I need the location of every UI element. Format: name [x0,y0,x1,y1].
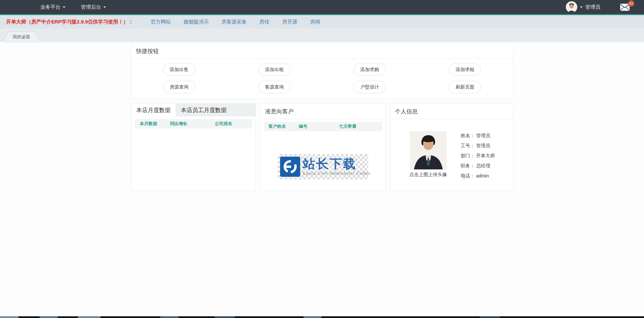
mail-button[interactable]: 43 [620,3,630,12]
easck-logo-icon [280,157,300,177]
field-department: 部门：开单大师 [461,152,495,162]
profile-photo[interactable] [410,131,447,169]
top-navbar: 业务平台 管理后台 管理员 [0,0,644,14]
menu-admin-backend[interactable]: 管理后台 [81,4,106,10]
field-phone: 电话：admin [461,172,495,182]
customer-search-button[interactable]: 客源查询 [258,81,290,93]
easck-watermark: 站长下载 Easck.Com Webmaster Codes [278,154,368,179]
customers-table-header: 客户姓名 编号 七天带看 [264,122,382,131]
intent-customers-panel: 准意向客户 客户姓名 编号 七天带看 [260,103,386,191]
add-sale-button[interactable]: 添加出售 [163,63,195,76]
link-fangkaiyuan[interactable]: 房开源 [282,19,297,25]
quick-buttons-grid: 添加出售 添加出租 添加求购 添加求租 房源查询 客源查询 户型设计 刷新页面 [131,59,513,99]
main-menu: 业务平台 管理后台 [40,4,106,10]
profile-photo-column: 点击上图上传头像 [403,131,453,182]
link-official-site[interactable]: 官方网站 [151,19,171,25]
photo-upload-hint: 点击上图上传头像 [403,172,453,178]
navbar-right: 管理员 43 [566,1,630,13]
menu-label: 管理后台 [81,4,101,10]
menu-label: 业务平台 [40,4,60,10]
intent-customers-title: 准意向客户 [261,104,385,119]
link-listing-capture[interactable]: 房客源采集 [221,19,247,25]
store-table-header: 本月数据 同比增长 公司排名 [135,119,252,128]
profile-panel: 个人信息 [390,103,513,191]
col-customer-id: 编号 [299,123,339,129]
floorplan-design-button[interactable]: 户型设计 [354,81,386,93]
add-buy-request-button[interactable]: 添加求购 [354,63,386,76]
link-fangshao[interactable]: 房哨 [310,19,320,25]
profile-fields: 姓名：管理员 工号：管理员 部门：开单大师 职务：总经理 电话：admin [461,131,495,182]
desktop-content: 快捷按钮 添加出售 添加出租 添加求购 添加求租 房源查询 客源查询 户型设计 … [131,43,513,191]
profile-body: 点击上图上传头像 姓名：管理员 工号：管理员 部门：开单大师 [390,119,513,182]
app-root: 业务平台 管理后台 管理员 [0,0,644,191]
dashboard-panels: 本店月度数据 本店员工月度数据 本月数据 同比增长 公司排名 准意向客户 客户姓… [131,103,513,191]
store-panel-tabs: 本店月度数据 本店员工月度数据 [131,104,256,116]
link-fangjia[interactable]: 房佳 [259,19,269,25]
desktop-tabbar: 我的桌面 [0,29,644,42]
announcement-links: 官方网站 旗舰版演示 房客源采集 房佳 房开源 房哨 [151,19,320,25]
col-customer-name: 客户姓名 [264,123,299,129]
menu-business-platform[interactable]: 业务平台 [40,4,65,10]
field-employee-id: 工号：管理员 [461,142,495,152]
tab-my-desktop[interactable]: 我的桌面 [3,32,40,42]
announcement-bar: 开单大师（房产中介ERP学习版2.9.9仅供学习使用！）： 官方网站 旗舰版演示… [0,15,644,29]
col-seven-day-showings: 七天带看 [339,123,357,129]
caret-down-icon [103,6,106,8]
field-position: 职务：总经理 [461,162,495,172]
quick-buttons-panel: 快捷按钮 添加出售 添加出租 添加求购 添加求租 房源查询 客源查询 户型设计 … [131,43,513,99]
col-company-rank: 公司排名 [215,121,232,127]
caret-down-icon [63,6,65,8]
customers-table-body: 站长下载 Easck.Com Webmaster Codes [261,131,385,179]
announcement-text: 开单大师（房产中介ERP学习版2.9.9仅供学习使用！）： [6,19,133,25]
refresh-page-button[interactable]: 刷新页面 [449,81,481,93]
mail-badge: 43 [628,0,634,7]
easck-watermark-title: 站长下载 [303,158,371,170]
link-flagship-demo[interactable]: 旗舰版演示 [183,19,209,25]
listing-search-button[interactable]: 房源查询 [163,81,195,93]
easck-watermark-subtitle: Easck.Com Webmaster Codes [303,171,371,176]
caret-down-icon [580,6,583,8]
easck-watermark-text: 站长下载 Easck.Com Webmaster Codes [303,158,371,176]
user-name: 管理员 [585,4,600,10]
taskbar-strip [0,316,644,318]
col-yoy-growth: 同比增长 [170,121,215,127]
add-rental-button[interactable]: 添加出租 [258,63,290,76]
quick-buttons-title: 快捷按钮 [131,43,513,59]
tab-wrap: 我的桌面 [3,32,40,42]
user-avatar [566,1,577,13]
user-menu[interactable]: 管理员 [566,1,600,13]
tab-staff-monthly-data[interactable]: 本店员工月度数据 [176,104,232,116]
tab-store-monthly-data[interactable]: 本店月度数据 [131,104,176,116]
col-month-data: 本月数据 [135,121,170,127]
profile-title: 个人信息 [390,104,513,119]
store-monthly-panel: 本店月度数据 本店员工月度数据 本月数据 同比增长 公司排名 [131,103,256,191]
add-rent-request-button[interactable]: 添加求租 [449,63,481,76]
field-name: 姓名：管理员 [461,132,495,142]
